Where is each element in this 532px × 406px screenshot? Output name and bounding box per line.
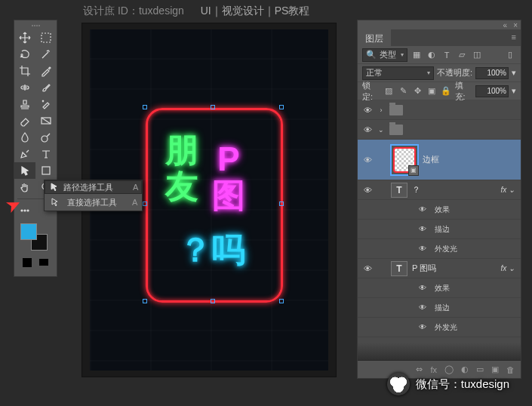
filter-adjust-icon[interactable]: ◐ — [426, 49, 438, 61]
layer-thumbnail[interactable]: ▣ — [391, 145, 418, 175]
folder-icon — [389, 125, 403, 135]
healing-tool-icon[interactable] — [14, 79, 35, 96]
marquee-tool-icon[interactable] — [35, 29, 57, 46]
panel-menu-icon[interactable]: ≡ — [507, 29, 521, 46]
visibility-icon[interactable]: 👁 — [415, 303, 430, 312]
filter-smart-icon[interactable]: ◫ — [471, 49, 483, 61]
lock-fill-row: 锁定: ▨ ✎ ✥ ▣ 🔒 填充: ▾ — [358, 82, 521, 100]
neon-text-cyan: ？吗 — [179, 232, 245, 268]
visibility-icon[interactable]: 👁 — [358, 186, 377, 195]
move-tool-icon[interactable] — [14, 29, 35, 46]
path-select-icon — [48, 181, 60, 193]
fx-row[interactable]: 👁外发光 — [358, 239, 521, 259]
stamp-tool-icon[interactable] — [14, 96, 35, 112]
panel-grip[interactable] — [14, 22, 57, 29]
shape-badge-icon: ▣ — [408, 165, 419, 176]
collapse-icon[interactable]: « — [503, 21, 508, 29]
transform-handle[interactable] — [211, 299, 215, 303]
transform-handle[interactable] — [143, 299, 147, 303]
layer-row-selected[interactable]: 👁 ▣ 边框 — [358, 140, 521, 180]
gradient-tool-icon[interactable] — [35, 112, 57, 129]
visibility-icon[interactable]: 👁 — [415, 284, 430, 292]
svg-point-3 — [42, 136, 48, 142]
eyedropper-tool-icon[interactable] — [35, 63, 57, 79]
layer-row[interactable]: 👁 TP 图吗fx ⌄ — [358, 259, 521, 278]
tools-panel — [14, 20, 57, 277]
fx-badge[interactable]: fx ⌄ — [500, 186, 518, 194]
visibility-icon[interactable]: 👁 — [358, 155, 377, 165]
filter-type-select[interactable]: 🔍类型▾ — [362, 48, 407, 62]
dodge-tool-icon[interactable] — [35, 129, 57, 146]
lock-nest-icon[interactable]: ▣ — [426, 85, 438, 97]
fx-row[interactable]: 👁描边 — [358, 298, 521, 318]
fx-row[interactable]: 👁效果 — [358, 278, 521, 298]
hand-tool-icon[interactable] — [14, 179, 35, 195]
visibility-icon[interactable]: 👁 — [415, 245, 430, 253]
fx-row[interactable]: 👁效果 — [358, 200, 521, 220]
transform-handle[interactable] — [143, 105, 147, 109]
close-icon[interactable]: × — [513, 21, 518, 29]
layer-list: 👁 › 👁 ⌄ 👁 ▣ 边框 👁 T？fx ⌄ 👁效果 👁描边 👁外发光 👁 T… — [358, 100, 521, 360]
layers-panel: «× 图层 ≡ 🔍类型▾ ▦ ◐ T ▱ ◫ ▯ 正常▾ 不透明度: ▾ 锁定:… — [357, 20, 521, 379]
screenmode-icon[interactable] — [38, 257, 50, 269]
blur-tool-icon[interactable] — [14, 129, 35, 146]
folder-icon — [389, 105, 403, 115]
fx-row[interactable]: 👁外发光 — [358, 318, 521, 337]
transform-handle[interactable] — [211, 105, 215, 109]
opacity-input[interactable] — [475, 67, 509, 79]
layer-row[interactable]: 👁 › — [358, 100, 521, 120]
blend-opacity-row: 正常▾ 不透明度: ▾ — [358, 64, 521, 82]
foreground-color[interactable] — [20, 223, 37, 240]
visibility-icon[interactable]: 👁 — [415, 205, 430, 214]
disclosure-icon[interactable]: › — [377, 106, 385, 114]
fill-label: 填充: — [455, 80, 473, 103]
type-layer-icon: T — [391, 183, 407, 198]
transform-handle[interactable] — [279, 201, 284, 206]
visibility-icon[interactable]: 👁 — [415, 225, 430, 233]
svg-rect-4 — [42, 167, 50, 174]
flyout-path-selection[interactable]: 路径选择工具 A — [45, 180, 142, 194]
history-brush-tool-icon[interactable] — [35, 96, 57, 112]
lock-paint-icon[interactable]: ✎ — [398, 85, 409, 97]
lock-pos-icon[interactable]: ✥ — [412, 85, 423, 97]
opacity-label: 不透明度: — [437, 67, 472, 78]
lasso-tool-icon[interactable] — [14, 46, 35, 63]
visibility-icon[interactable]: 👁 — [358, 106, 377, 115]
eraser-tool-icon[interactable] — [14, 112, 35, 129]
visibility-icon[interactable]: 👁 — [358, 264, 377, 273]
lock-trans-icon[interactable]: ▨ — [383, 85, 395, 97]
tab-layers[interactable]: 图层 — [358, 29, 391, 46]
path-selection-tool-icon[interactable] — [14, 162, 35, 179]
fx-badge[interactable]: fx ⌄ — [500, 264, 518, 272]
visibility-icon[interactable]: 👁 — [358, 125, 377, 134]
filter-pixel-icon[interactable]: ▦ — [411, 49, 423, 61]
flyout-direct-selection[interactable]: 直接选择工具 A — [45, 194, 142, 211]
direct-select-icon — [49, 196, 61, 208]
color-swatch[interactable] — [20, 223, 48, 251]
transform-handle[interactable] — [279, 299, 284, 303]
fill-input[interactable] — [475, 85, 509, 97]
quickmask-icon[interactable] — [21, 257, 33, 269]
visibility-icon[interactable]: 👁 — [415, 323, 430, 331]
layer-row[interactable]: 👁 T？fx ⌄ — [358, 180, 521, 200]
layer-row[interactable]: 👁 ⌄ — [358, 120, 521, 140]
filter-shape-icon[interactable]: ▱ — [456, 49, 468, 61]
svg-rect-11 — [39, 259, 48, 266]
shape-tool-icon[interactable] — [35, 162, 57, 179]
lock-all-icon[interactable]: 🔒 — [441, 85, 452, 97]
flyout-shortcut: A — [123, 198, 137, 207]
transform-handle[interactable] — [143, 201, 147, 206]
fx-row[interactable]: 👁描边 — [358, 220, 521, 239]
crop-tool-icon[interactable] — [14, 63, 35, 79]
blend-mode-select[interactable]: 正常▾ — [362, 66, 434, 80]
brush-tool-icon[interactable] — [35, 79, 57, 96]
type-layer-icon: T — [391, 261, 407, 276]
type-tool-icon[interactable] — [35, 146, 57, 162]
transform-handle[interactable] — [279, 105, 284, 109]
panel-titlebar[interactable]: «× — [358, 20, 521, 29]
magic-wand-tool-icon[interactable] — [35, 46, 57, 63]
pen-tool-icon[interactable] — [14, 146, 35, 162]
filter-toggle-icon[interactable]: ▯ — [504, 49, 516, 61]
disclosure-icon[interactable]: ⌄ — [377, 126, 385, 134]
filter-type-icon[interactable]: T — [441, 49, 453, 61]
